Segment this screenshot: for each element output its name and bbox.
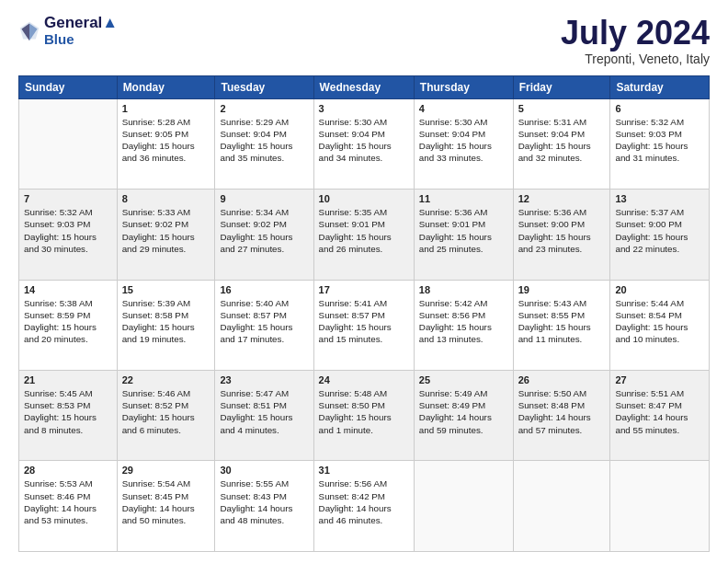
day-number: 15 — [122, 284, 210, 295]
calendar-cell: 15Sunrise: 5:39 AM Sunset: 8:58 PM Dayli… — [117, 280, 215, 370]
calendar-cell: 20Sunrise: 5:44 AM Sunset: 8:54 PM Dayli… — [610, 280, 710, 370]
calendar-week-row: 21Sunrise: 5:45 AM Sunset: 8:53 PM Dayli… — [19, 371, 710, 461]
day-number: 6 — [615, 103, 704, 114]
day-number: 24 — [319, 374, 409, 385]
calendar-cell: 10Sunrise: 5:35 AM Sunset: 9:01 PM Dayli… — [313, 190, 414, 280]
title-block: July 2024 Treponti, Veneto, Italy — [561, 15, 710, 66]
weekday-header-friday: Friday — [513, 75, 610, 98]
calendar-week-row: 28Sunrise: 5:53 AM Sunset: 8:46 PM Dayli… — [19, 461, 710, 552]
weekday-header-saturday: Saturday — [610, 75, 710, 98]
calendar-cell: 21Sunrise: 5:45 AM Sunset: 8:53 PM Dayli… — [19, 371, 118, 461]
day-number: 22 — [122, 374, 210, 385]
calendar-cell: 5Sunrise: 5:31 AM Sunset: 9:04 PM Daylig… — [513, 98, 610, 189]
day-info: Sunrise: 5:48 AM Sunset: 8:50 PM Dayligh… — [319, 387, 409, 436]
day-number: 3 — [319, 103, 409, 114]
calendar-cell: 3Sunrise: 5:30 AM Sunset: 9:04 PM Daylig… — [313, 98, 414, 189]
day-info: Sunrise: 5:41 AM Sunset: 8:57 PM Dayligh… — [319, 297, 409, 346]
calendar-cell: 31Sunrise: 5:56 AM Sunset: 8:42 PM Dayli… — [313, 461, 414, 552]
weekday-header-thursday: Thursday — [414, 75, 513, 98]
weekday-header-wednesday: Wednesday — [313, 75, 414, 98]
calendar-table: SundayMondayTuesdayWednesdayThursdayFrid… — [18, 75, 710, 552]
day-number: 31 — [319, 465, 409, 476]
calendar-cell: 8Sunrise: 5:33 AM Sunset: 9:02 PM Daylig… — [117, 190, 215, 280]
day-info: Sunrise: 5:46 AM Sunset: 8:52 PM Dayligh… — [122, 387, 210, 436]
day-info: Sunrise: 5:51 AM Sunset: 8:47 PM Dayligh… — [615, 387, 704, 436]
calendar-cell: 4Sunrise: 5:30 AM Sunset: 9:04 PM Daylig… — [414, 98, 513, 189]
calendar-cell — [513, 461, 610, 552]
calendar-cell — [610, 461, 710, 552]
day-info: Sunrise: 5:40 AM Sunset: 8:57 PM Dayligh… — [220, 297, 308, 346]
day-info: Sunrise: 5:32 AM Sunset: 9:03 PM Dayligh… — [615, 116, 704, 165]
day-number: 2 — [220, 103, 308, 114]
calendar-cell: 24Sunrise: 5:48 AM Sunset: 8:50 PM Dayli… — [313, 371, 414, 461]
calendar-cell: 1Sunrise: 5:28 AM Sunset: 9:05 PM Daylig… — [117, 98, 215, 189]
day-info: Sunrise: 5:47 AM Sunset: 8:51 PM Dayligh… — [220, 387, 308, 436]
calendar-cell: 29Sunrise: 5:54 AM Sunset: 8:45 PM Dayli… — [117, 461, 215, 552]
calendar-cell: 12Sunrise: 5:36 AM Sunset: 9:00 PM Dayli… — [513, 190, 610, 280]
day-number: 19 — [518, 284, 606, 295]
day-number: 27 — [615, 374, 704, 385]
calendar-cell: 17Sunrise: 5:41 AM Sunset: 8:57 PM Dayli… — [313, 280, 414, 370]
day-number: 7 — [24, 193, 112, 204]
day-number: 25 — [419, 374, 508, 385]
calendar-cell: 9Sunrise: 5:34 AM Sunset: 9:02 PM Daylig… — [215, 190, 313, 280]
day-info: Sunrise: 5:53 AM Sunset: 8:46 PM Dayligh… — [24, 477, 112, 526]
calendar-cell: 26Sunrise: 5:50 AM Sunset: 8:48 PM Dayli… — [513, 371, 610, 461]
day-number: 11 — [419, 193, 508, 204]
day-info: Sunrise: 5:50 AM Sunset: 8:48 PM Dayligh… — [518, 387, 606, 436]
month-title: July 2024 — [561, 15, 710, 52]
day-number: 8 — [122, 193, 210, 204]
weekday-header-monday: Monday — [117, 75, 215, 98]
day-number: 4 — [419, 103, 508, 114]
weekday-header-row: SundayMondayTuesdayWednesdayThursdayFrid… — [19, 75, 710, 98]
day-info: Sunrise: 5:45 AM Sunset: 8:53 PM Dayligh… — [24, 387, 112, 436]
logo: General▲ Blue — [18, 15, 118, 47]
logo-icon — [18, 20, 40, 42]
day-info: Sunrise: 5:32 AM Sunset: 9:03 PM Dayligh… — [24, 206, 112, 255]
day-info: Sunrise: 5:54 AM Sunset: 8:45 PM Dayligh… — [122, 477, 210, 526]
day-number: 12 — [518, 193, 606, 204]
calendar-cell: 18Sunrise: 5:42 AM Sunset: 8:56 PM Dayli… — [414, 280, 513, 370]
day-number: 9 — [220, 193, 308, 204]
calendar-cell: 30Sunrise: 5:55 AM Sunset: 8:43 PM Dayli… — [215, 461, 313, 552]
day-number: 17 — [319, 284, 409, 295]
day-number: 30 — [220, 465, 308, 476]
day-info: Sunrise: 5:43 AM Sunset: 8:55 PM Dayligh… — [518, 297, 606, 346]
location: Treponti, Veneto, Italy — [561, 52, 710, 66]
calendar-cell: 7Sunrise: 5:32 AM Sunset: 9:03 PM Daylig… — [19, 190, 118, 280]
day-info: Sunrise: 5:44 AM Sunset: 8:54 PM Dayligh… — [615, 297, 704, 346]
day-info: Sunrise: 5:34 AM Sunset: 9:02 PM Dayligh… — [220, 206, 308, 255]
day-info: Sunrise: 5:36 AM Sunset: 9:01 PM Dayligh… — [419, 206, 508, 255]
calendar-cell: 23Sunrise: 5:47 AM Sunset: 8:51 PM Dayli… — [215, 371, 313, 461]
logo-text: General▲ Blue — [44, 15, 118, 47]
day-info: Sunrise: 5:29 AM Sunset: 9:04 PM Dayligh… — [220, 116, 308, 165]
day-info: Sunrise: 5:37 AM Sunset: 9:00 PM Dayligh… — [615, 206, 704, 255]
day-number: 1 — [122, 103, 210, 114]
day-number: 14 — [24, 284, 112, 295]
calendar-week-row: 1Sunrise: 5:28 AM Sunset: 9:05 PM Daylig… — [19, 98, 710, 189]
calendar-cell — [414, 461, 513, 552]
header: General▲ Blue July 2024 Treponti, Veneto… — [18, 15, 710, 66]
calendar-cell: 13Sunrise: 5:37 AM Sunset: 9:00 PM Dayli… — [610, 190, 710, 280]
day-number: 10 — [319, 193, 409, 204]
weekday-header-tuesday: Tuesday — [215, 75, 313, 98]
calendar-cell: 14Sunrise: 5:38 AM Sunset: 8:59 PM Dayli… — [19, 280, 118, 370]
calendar-cell: 2Sunrise: 5:29 AM Sunset: 9:04 PM Daylig… — [215, 98, 313, 189]
day-info: Sunrise: 5:36 AM Sunset: 9:00 PM Dayligh… — [518, 206, 606, 255]
day-number: 5 — [518, 103, 606, 114]
day-info: Sunrise: 5:28 AM Sunset: 9:05 PM Dayligh… — [122, 116, 210, 165]
day-info: Sunrise: 5:30 AM Sunset: 9:04 PM Dayligh… — [419, 116, 508, 165]
calendar-cell — [19, 98, 118, 189]
calendar-week-row: 14Sunrise: 5:38 AM Sunset: 8:59 PM Dayli… — [19, 280, 710, 370]
calendar-cell: 6Sunrise: 5:32 AM Sunset: 9:03 PM Daylig… — [610, 98, 710, 189]
calendar-cell: 16Sunrise: 5:40 AM Sunset: 8:57 PM Dayli… — [215, 280, 313, 370]
day-info: Sunrise: 5:42 AM Sunset: 8:56 PM Dayligh… — [419, 297, 508, 346]
day-info: Sunrise: 5:56 AM Sunset: 8:42 PM Dayligh… — [319, 477, 409, 526]
day-number: 23 — [220, 374, 308, 385]
day-info: Sunrise: 5:35 AM Sunset: 9:01 PM Dayligh… — [319, 206, 409, 255]
day-info: Sunrise: 5:55 AM Sunset: 8:43 PM Dayligh… — [220, 477, 308, 526]
day-number: 26 — [518, 374, 606, 385]
page: General▲ Blue July 2024 Treponti, Veneto… — [0, 0, 728, 563]
day-info: Sunrise: 5:39 AM Sunset: 8:58 PM Dayligh… — [122, 297, 210, 346]
day-info: Sunrise: 5:30 AM Sunset: 9:04 PM Dayligh… — [319, 116, 409, 165]
